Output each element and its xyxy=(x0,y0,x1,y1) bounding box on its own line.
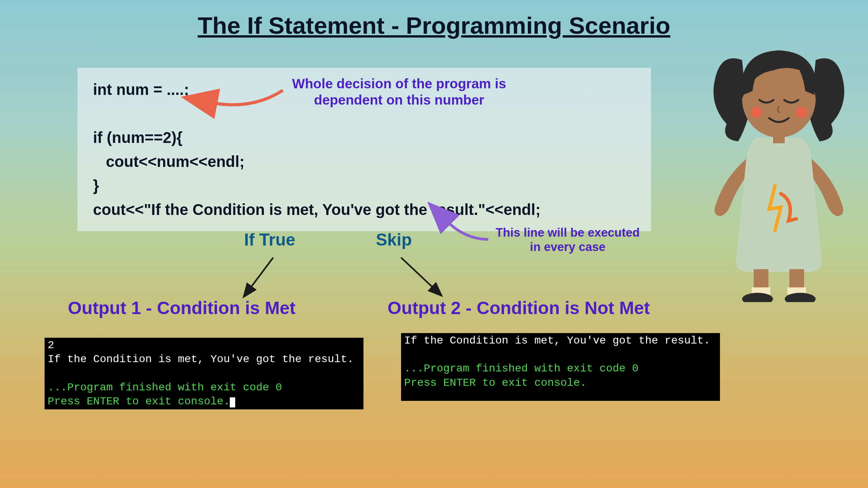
arrow-every-case xyxy=(442,216,496,247)
svg-point-4 xyxy=(751,107,762,118)
arrow-decision xyxy=(205,83,291,114)
cursor-icon xyxy=(230,397,235,407)
code-line-2: if (num==2){ xyxy=(93,125,636,149)
annotation-skip: Skip xyxy=(376,230,412,250)
svg-line-1 xyxy=(401,258,434,289)
console2-line3: Press ENTER to exit console. xyxy=(404,376,717,390)
svg-rect-6 xyxy=(754,269,768,290)
output-heading-2: Output 2 - Condition is Not Met xyxy=(388,297,650,318)
code-line-4: } xyxy=(93,174,636,198)
console1-line4: Press ENTER to exit console. xyxy=(48,395,230,407)
svg-rect-7 xyxy=(789,269,804,290)
code-line-5: cout<<"If the Condition is met, You've g… xyxy=(93,198,636,222)
code-line-3: cout<<num<<endl; xyxy=(93,149,636,174)
console1-line2: If the Condition is met, You've got the … xyxy=(48,352,360,366)
output-heading-1: Output 1 - Condition is Met xyxy=(68,297,296,318)
console-output-1: 2 If the Condition is met, You've got th… xyxy=(45,338,363,409)
annotation-every-case: This line will be executed in every case xyxy=(490,225,645,254)
arrow-skip-down xyxy=(395,256,442,294)
arrow-if-true-down xyxy=(240,256,279,294)
console2-line2: ...Program finished with exit code 0 xyxy=(404,362,717,376)
console2-line1: If the Condition is met, You've got the … xyxy=(404,334,717,348)
svg-point-5 xyxy=(796,107,807,118)
console1-line3: ...Program finished with exit code 0 xyxy=(48,381,360,395)
page-title: The If Statement - Programming Scenario xyxy=(198,12,670,39)
character-illustration xyxy=(698,31,860,302)
console-output-2: If the Condition is met, You've got the … xyxy=(401,333,720,401)
svg-line-0 xyxy=(250,258,273,289)
annotation-if-true: If True xyxy=(244,230,295,250)
annotation-decision: Whole decision of the program is depende… xyxy=(283,76,515,108)
console1-line1: 2 xyxy=(48,339,360,352)
